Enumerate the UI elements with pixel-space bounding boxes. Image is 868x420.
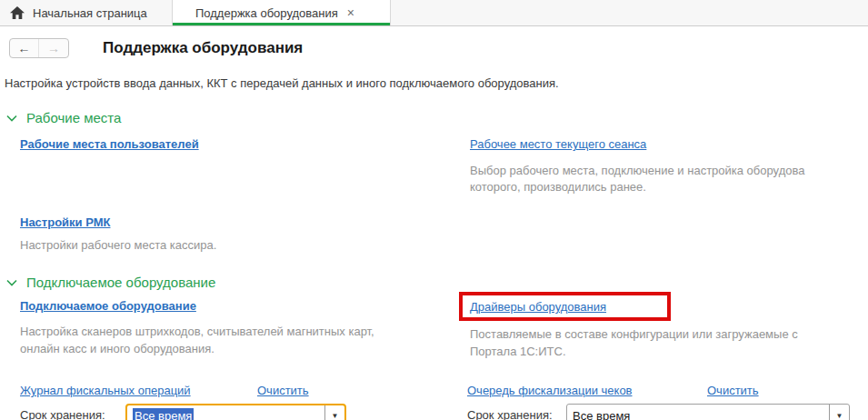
connected-desc-line2: онлайн касс и иного оборудования. (20, 342, 215, 355)
page-description: Настройка устройств ввода данных, ККТ с … (5, 76, 559, 90)
rmk-desc: Настройки рабочего места кассира. (20, 238, 216, 252)
drivers-desc-line2: Портала 1С:ИТС. (470, 345, 566, 358)
tab-equipment-support[interactable]: Поддержка оборудования × (173, 0, 391, 25)
drivers-desc-line1: Поставляемые в составе конфигурации или … (470, 327, 798, 341)
link-equipment-drivers[interactable]: Драйверы оборудования (470, 300, 606, 314)
journal-period-value: Все время (133, 408, 194, 420)
chevron-down-icon: ▼ (332, 412, 339, 420)
tab-home-page[interactable]: Начальная страница (0, 0, 173, 25)
queue-period-select[interactable]: Все время ▼ (566, 404, 850, 420)
current-session-desc-line1: Выбор рабочего места, подключение и наст… (470, 164, 805, 177)
chevron-down-icon (6, 279, 17, 286)
history-nav: ← → (9, 38, 69, 58)
section-workplaces-title: Рабочие места (26, 110, 121, 125)
forward-button[interactable]: → (39, 39, 68, 57)
link-fiscal-journal[interactable]: Журнал фискальных операций (20, 384, 191, 397)
app-window: Начальная страница Поддержка оборудовани… (0, 0, 868, 420)
link-current-session-workplace[interactable]: Рабочее место текущего сеанса (470, 137, 646, 151)
chevron-down-icon (6, 115, 17, 122)
home-icon (10, 6, 25, 20)
close-icon[interactable]: × (347, 6, 354, 19)
queue-period-dropdown-button[interactable]: ▼ (829, 405, 849, 420)
link-user-workplaces[interactable]: Рабочие места пользователей (20, 137, 199, 151)
current-session-desc-line2: которого, производились ранее. (470, 180, 646, 194)
active-tab-label: Поддержка оборудования (195, 6, 338, 20)
link-connected-equipment[interactable]: Подключаемое оборудование (20, 299, 196, 313)
chevron-down-icon: ▼ (836, 412, 843, 420)
link-fiscal-journal-clear[interactable]: Очистить (257, 384, 309, 397)
active-tab-indicator (173, 23, 390, 25)
section-equipment-title: Подключаемое оборудование (26, 275, 215, 290)
link-rmk-settings[interactable]: Настройки РМК (20, 215, 110, 229)
queue-period-label: Срок хранения: (467, 408, 553, 420)
journal-period-label: Срок хранения: (20, 408, 105, 420)
journal-period-select[interactable]: Все время ▼ (125, 404, 346, 420)
tab-bar: Начальная страница Поддержка оборудовани… (0, 0, 868, 26)
link-fiscal-queue-clear[interactable]: Очистить (707, 384, 759, 397)
section-workplaces-header[interactable]: Рабочие места (6, 110, 121, 125)
back-button[interactable]: ← (10, 39, 39, 57)
journal-period-dropdown-button[interactable]: ▼ (324, 405, 344, 420)
link-fiscal-queue[interactable]: Очередь фискализации чеков (467, 384, 633, 397)
home-tab-label: Начальная страница (33, 6, 147, 20)
page-title: Поддержка оборудования (103, 39, 303, 57)
queue-period-value: Все время (573, 409, 630, 420)
section-equipment-header[interactable]: Подключаемое оборудование (6, 275, 215, 290)
connected-desc-line1: Настройка сканеров штрихкодов, считывате… (20, 325, 374, 338)
